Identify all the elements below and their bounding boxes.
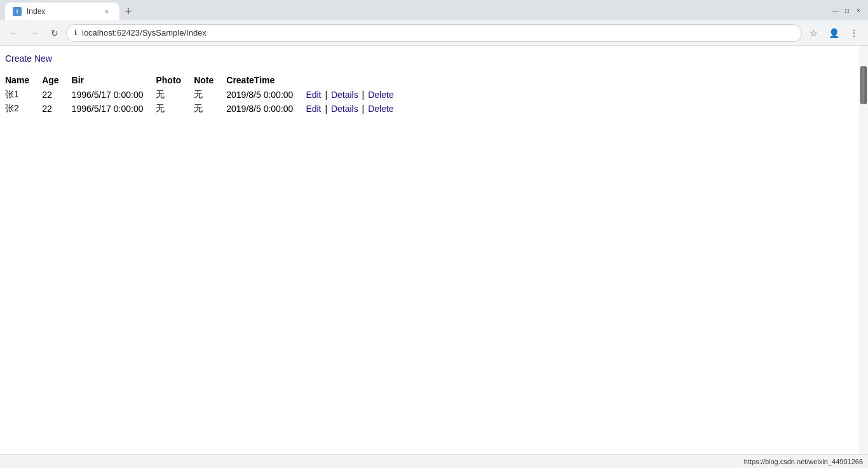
cell-actions: Edit | Details | Delete — [306, 88, 406, 102]
action-separator: | — [360, 104, 367, 114]
action-edit-link[interactable]: Edit — [306, 104, 321, 114]
new-tab-button[interactable]: + — [119, 3, 137, 20]
scroll-thumb[interactable] — [860, 66, 867, 104]
cell-bir: 1996/5/17 0:00:00 — [72, 88, 156, 102]
cell-note: 无 — [194, 88, 226, 102]
maximize-button[interactable]: □ — [843, 6, 851, 15]
action-details-link[interactable]: Details — [331, 104, 358, 114]
status-bar: https://blog.csdn.net/weixin_44901266 — [0, 454, 868, 468]
data-table: Name Age Bir Photo Note CreateTime 张1221… — [5, 74, 407, 116]
back-button[interactable]: ← — [5, 24, 23, 42]
action-details-link[interactable]: Details — [331, 90, 358, 100]
cell-name: 张1 — [5, 88, 42, 102]
action-edit-link[interactable]: Edit — [306, 90, 321, 100]
table-row: 张2221996/5/17 0:00:00无无2019/8/5 0:00:00E… — [5, 102, 407, 116]
col-header-createtime: CreateTime — [226, 74, 306, 88]
close-window-button[interactable]: × — [854, 6, 863, 15]
address-input[interactable] — [82, 28, 794, 38]
tab-title: Index — [27, 7, 97, 16]
security-icon: ℹ — [74, 29, 77, 37]
col-header-name: Name — [5, 74, 42, 88]
col-header-actions — [306, 74, 406, 88]
action-separator: | — [323, 104, 330, 114]
cell-age: 22 — [42, 88, 71, 102]
table-row: 张1221996/5/17 0:00:00无无2019/8/5 0:00:00E… — [5, 88, 407, 102]
col-header-bir: Bir — [72, 74, 156, 88]
cell-name: 张2 — [5, 102, 42, 116]
minimize-button[interactable]: — — [831, 6, 840, 15]
active-tab[interactable]: I Index × — [5, 3, 119, 20]
action-separator: | — [323, 90, 330, 100]
col-header-age: Age — [42, 74, 71, 88]
scrollbar[interactable] — [859, 46, 868, 454]
cell-age: 22 — [42, 102, 71, 116]
browser-toolbar: ← → ↻ ℹ ☆ 👤 ⋮ — [0, 20, 868, 46]
cell-photo: 无 — [156, 88, 194, 102]
cell-actions: Edit | Details | Delete — [306, 102, 406, 116]
action-separator: | — [360, 90, 367, 100]
profile-button[interactable]: 👤 — [825, 24, 843, 42]
action-delete-link[interactable]: Delete — [368, 90, 393, 100]
title-bar: I Index × + — □ × — [0, 0, 868, 20]
menu-button[interactable]: ⋮ — [845, 24, 863, 42]
col-header-note: Note — [194, 74, 226, 88]
page-content: Create New Name Age Bir Photo Note Creat… — [0, 46, 868, 454]
cell-createtime: 2019/8/5 0:00:00 — [226, 102, 306, 116]
cell-note: 无 — [194, 102, 226, 116]
tab-strip: I Index × + — [5, 0, 826, 20]
forward-button[interactable]: → — [25, 24, 43, 42]
cell-bir: 1996/5/17 0:00:00 — [72, 102, 156, 116]
address-bar[interactable]: ℹ — [66, 24, 802, 42]
cell-createtime: 2019/8/5 0:00:00 — [226, 88, 306, 102]
window-controls: — □ × — [831, 6, 863, 15]
col-header-photo: Photo — [156, 74, 194, 88]
tab-close-button[interactable]: × — [102, 6, 112, 17]
status-url: https://blog.csdn.net/weixin_44901266 — [744, 458, 863, 465]
tab-favicon: I — [13, 7, 22, 16]
table-body: 张1221996/5/17 0:00:00无无2019/8/5 0:00:00E… — [5, 88, 407, 116]
bookmark-button[interactable]: ☆ — [804, 24, 822, 42]
cell-photo: 无 — [156, 102, 194, 116]
action-delete-link[interactable]: Delete — [368, 104, 393, 114]
create-new-link[interactable]: Create New — [5, 53, 52, 64]
browser-window: I Index × + — □ × ← → ↻ ℹ ☆ 👤 ⋮ Create N — [0, 0, 868, 468]
reload-button[interactable]: ↻ — [46, 24, 64, 42]
toolbar-right-actions: ☆ 👤 ⋮ — [804, 24, 863, 42]
table-header-row: Name Age Bir Photo Note CreateTime — [5, 74, 407, 88]
